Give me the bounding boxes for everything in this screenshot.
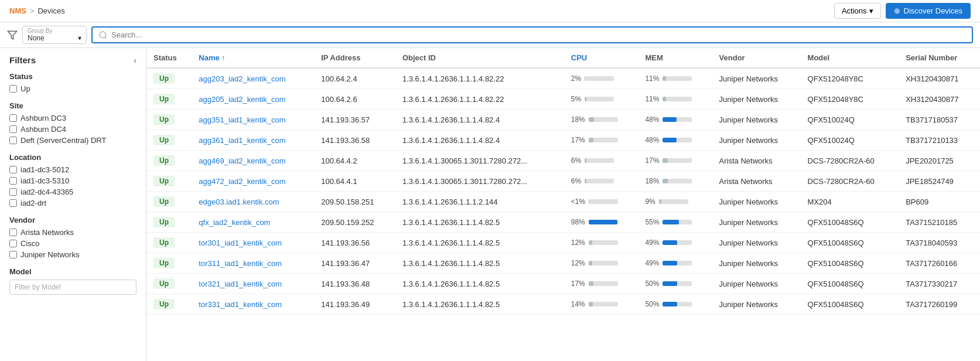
filter-checkbox-ashburn-dc3[interactable] [9,114,17,122]
cell-ip: 100.64.2.4 [314,68,395,89]
cell-status: Up [146,110,192,130]
cpu-bar-bg [589,302,618,306]
cpu-value: 18% [571,115,585,124]
cpu-value: 17% [571,280,585,288]
filter-checkbox-deft[interactable] [9,137,17,144]
cell-object-id: 1.3.6.1.4.1.2636.1.1.1.4.82.5 [395,253,564,274]
filter-checkbox-juniper[interactable] [9,251,17,258]
cell-ip: 141.193.36.56 [314,233,395,253]
filter-location-iad1-dc3-5012: iad1-dc3-5012 [9,165,136,174]
cell-name: agg205_iad2_kentik_com [192,89,314,110]
mem-bar-fill [659,199,662,204]
filter-toggle-button[interactable] [7,30,18,40]
device-name-link[interactable]: agg361_iad1_kentik_com [199,136,285,145]
filter-label-ashburn-dc3: Ashburn DC3 [21,114,66,122]
chevron-down-icon: ▾ [869,6,873,15]
cpu-value: 98% [571,218,585,226]
col-serial[interactable]: Serial Number [899,48,980,68]
col-name[interactable]: Name ↑ [192,48,314,68]
mem-value: 55% [645,218,659,226]
filters-header: Filters ‹ [9,55,136,65]
cpu-bar-fill [585,158,586,163]
filter-label-iad2-dc4-43365: iad2-dc4-43365 [21,188,73,196]
filter-checkbox-cisco[interactable] [9,240,17,247]
filter-checkbox-iad2-drt[interactable] [9,199,17,207]
col-vendor[interactable]: Vendor [712,48,801,68]
discover-icon: ⊕ [894,6,900,15]
discover-devices-button[interactable]: ⊕ Discover Devices [886,3,971,19]
filter-icon [7,30,18,40]
device-name-link[interactable]: agg469_iad2_kentik_com [199,156,285,165]
collapse-filters-button[interactable]: ‹ [134,56,136,65]
filter-checkbox-iad1-dc3-5310[interactable] [9,177,17,185]
breadcrumb-sep: > [30,6,35,15]
devices-table: Status Name ↑ IP Address Object ID CPU M… [146,48,980,315]
topbar-actions: Actions ▾ ⊕ Discover Devices [834,3,971,19]
col-status[interactable]: Status [146,48,192,68]
cell-serial: TA3718040593 [899,233,980,253]
filter-checkbox-iad1-dc3-5012[interactable] [9,166,17,173]
cpu-bar-fill [585,97,586,101]
filter-checkbox-arista[interactable] [9,229,17,236]
cpu-value: 12% [571,259,585,267]
cpu-value: 6% [571,156,581,165]
filter-checkbox-iad2-dc4-43365[interactable] [9,188,17,196]
cell-ip: 209.50.159.252 [314,212,395,233]
group-by-label: Group By [28,28,81,34]
mem-bar-bg [663,281,692,286]
cell-object-id: 1.3.6.1.4.1.30065.1.3011.7280.272... [395,151,564,171]
status-badge: Up [153,237,175,248]
mem-bar-container: 18% [645,177,705,185]
cell-model: DCS-7280CR2A-60 [801,171,899,192]
cpu-bar-fill [589,199,589,204]
cell-status: Up [146,253,192,274]
cpu-bar-bg [589,240,618,245]
device-name-link[interactable]: qfx_iad2_kentik_com [199,218,270,227]
table-row: Up tor321_iad1_kentik_com 141.193.36.48 … [146,274,980,294]
filter-model-input[interactable] [9,280,136,295]
cell-serial: XH3120430871 [899,68,980,89]
col-mem[interactable]: MEM [638,48,712,68]
device-name-link[interactable]: tor321_iad1_kentik_com [199,280,282,288]
device-name-link[interactable]: tor311_iad1_kentik_com [199,259,282,268]
filter-location-iad2-dc4-43365: iad2-dc4-43365 [9,188,136,196]
cell-serial: TA3717330217 [899,274,980,294]
toolbar: Group By None ▾ [0,22,980,48]
device-name-link[interactable]: edge03.iad1.kentik.com [199,197,279,206]
group-by-selector[interactable]: Group By None ▾ [22,26,87,44]
actions-button[interactable]: Actions ▾ [834,3,881,19]
filter-checkbox-up[interactable] [9,85,17,93]
breadcrumb-page: Devices [37,6,64,15]
cell-cpu: 98% [564,212,638,233]
filter-status-title: Status [9,72,136,81]
cell-cpu: 2% [564,68,638,89]
mem-bar-fill [663,281,677,286]
cpu-bar-bg [585,76,614,81]
cell-object-id: 1.3.6.1.4.1.30065.1.3011.7280.272... [395,171,564,192]
col-ip[interactable]: IP Address [314,48,395,68]
mem-bar-bg [663,302,692,306]
cell-model: QFX512048Y8C [801,68,899,89]
col-cpu[interactable]: CPU [564,48,638,68]
device-name-link[interactable]: agg203_iad2_kentik_com [199,74,285,83]
cpu-bar-fill [589,220,617,224]
device-name-link[interactable]: tor301_iad1_kentik_com [199,239,282,247]
mem-value: 9% [645,197,655,206]
filter-checkbox-ashburn-dc4[interactable] [9,125,17,133]
search-input[interactable] [108,28,966,42]
mem-bar-fill [663,158,668,163]
cell-cpu: 6% [564,151,638,171]
device-name-link[interactable]: agg472_iad2_kentik_com [199,177,285,186]
cell-object-id: 1.3.6.1.4.1.2636.1.1.1.4.82.22 [395,89,564,110]
col-model[interactable]: Model [801,48,899,68]
filter-site-ashburn-dc3: Ashburn DC3 [9,114,136,122]
col-object-id[interactable]: Object ID [395,48,564,68]
device-name-link[interactable]: agg351_iad1_kentik_com [199,115,285,124]
filters-title: Filters [9,55,36,65]
device-name-link[interactable]: tor331_iad1_kentik_com [199,300,282,309]
cell-vendor: Arista Networks [712,151,801,171]
filter-location-title: Location [9,153,136,162]
device-name-link[interactable]: agg205_iad2_kentik_com [199,95,285,104]
breadcrumb-nms[interactable]: NMS [9,6,26,15]
mem-bar-container: 49% [645,239,705,247]
